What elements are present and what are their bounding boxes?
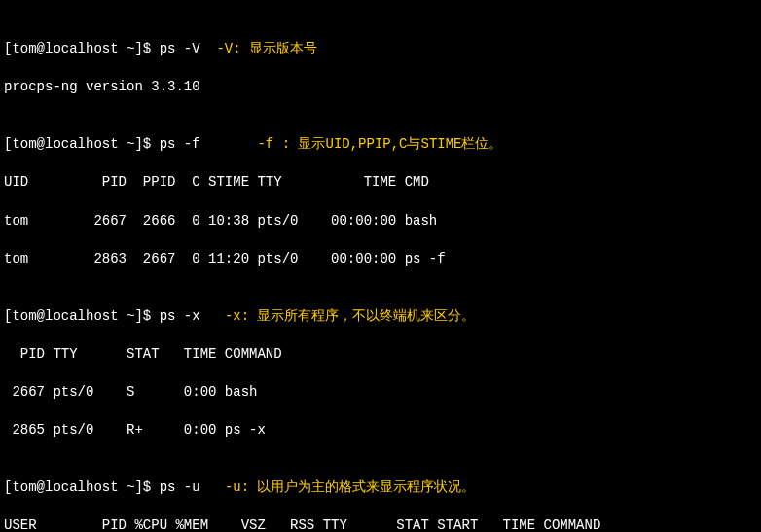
command-ps-V: ps -V <box>160 41 200 56</box>
prompt-line-ps-u: [tom@localhost ~]$ ps -u -u: 以用户为主的格式来显示… <box>4 479 757 498</box>
terminal[interactable]: [tom@localhost ~]$ ps -V -V: 显示版本号 procp… <box>0 0 761 532</box>
prompt-line-ps-x: [tom@localhost ~]$ ps -x -x: 显示所有程序，不以终端… <box>4 307 757 327</box>
table-row: 2865 pts/0 R+ 0:00 ps -x <box>4 421 757 441</box>
command-ps-x: ps -x <box>160 308 200 324</box>
shell-prompt: [tom@localhost ~]$ <box>4 136 160 152</box>
shell-prompt: [tom@localhost ~]$ <box>4 41 160 56</box>
command-ps-u: ps -u <box>160 479 200 495</box>
command-ps-f: ps -f <box>160 136 200 152</box>
prompt-line-ps-V: [tom@localhost ~]$ ps -V -V: 显示版本号 <box>4 40 757 59</box>
prompt-line-ps-f: [tom@localhost ~]$ ps -f -f : 显示UID,PPIP… <box>4 135 757 155</box>
table-header: UID PID PPID C STIME TTY TIME CMD <box>4 173 757 193</box>
note-ps-f: -f : 显示UID,PPIP,C与STIME栏位。 <box>257 136 502 152</box>
table-header: USER PID %CPU %MEM VSZ RSS TTY STAT STAR… <box>4 516 757 532</box>
note-ps-x: -x: 显示所有程序，不以终端机来区分。 <box>225 308 476 324</box>
output-line: procps-ng version 3.3.10 <box>4 78 757 97</box>
table-header: PID TTY STAT TIME COMMAND <box>4 345 757 365</box>
shell-prompt: [tom@localhost ~]$ <box>4 308 160 324</box>
table-row: tom 2667 2666 0 10:38 pts/0 00:00:00 bas… <box>4 212 757 231</box>
table-row: 2667 pts/0 S 0:00 bash <box>4 383 757 403</box>
table-row: tom 2863 2667 0 11:20 pts/0 00:00:00 ps … <box>4 250 757 269</box>
note-ps-u: -u: 以用户为主的格式来显示程序状况。 <box>225 479 476 495</box>
shell-prompt: [tom@localhost ~]$ <box>4 479 160 495</box>
note-ps-V: -V: 显示版本号 <box>216 41 317 56</box>
